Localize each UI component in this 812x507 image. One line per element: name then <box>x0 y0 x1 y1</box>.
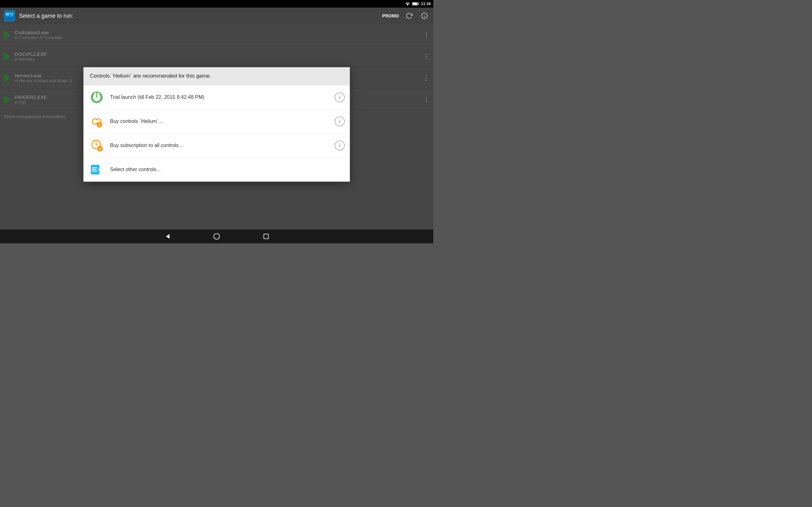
svg-rect-7 <box>10 14 14 15</box>
trial-launch-text: Trial launch (till Feb 22, 2015 8:42:48 … <box>110 95 329 100</box>
controls-modal: Controls `Helium` are recommended for th… <box>84 67 350 181</box>
select-other-controls-option[interactable]: Select other controls... <box>84 158 350 181</box>
svg-rect-6 <box>10 13 14 14</box>
trial-info-button[interactable]: i <box>335 92 345 102</box>
clock-dollar-icon: $ <box>89 137 105 154</box>
wifi-icon <box>405 2 410 6</box>
svg-rect-3 <box>413 3 417 5</box>
app-logo-icon <box>4 10 15 21</box>
select-other-controls-text: Select other controls... <box>110 167 345 172</box>
trial-launch-option[interactable]: Trial launch (till Feb 22, 2015 8:42:48 … <box>84 85 350 109</box>
nav-bar <box>0 229 433 243</box>
svg-line-19 <box>96 144 98 145</box>
svg-text:$: $ <box>99 147 101 151</box>
svg-rect-29 <box>264 234 269 239</box>
home-button[interactable] <box>211 231 222 242</box>
buy-controls-option[interactable]: $ Buy controls `Helium`... i <box>84 109 350 133</box>
refresh-button[interactable] <box>404 11 414 21</box>
svg-rect-26 <box>92 171 97 172</box>
status-time: 11:16 <box>421 2 431 6</box>
svg-point-0 <box>407 5 408 5</box>
main-content: Civilization3.exe in Civilization III Co… <box>0 24 433 229</box>
buy-subscription-info-button[interactable]: i <box>335 140 345 151</box>
app-bar-actions: PROMO <box>382 11 429 21</box>
svg-rect-9 <box>6 18 14 19</box>
power-icon <box>89 89 105 106</box>
infinity-dollar-icon: $ <box>89 113 105 130</box>
svg-rect-25 <box>92 169 96 170</box>
svg-text:$: $ <box>98 123 100 126</box>
app-bar: Select a game to run: PROMO <box>0 8 433 24</box>
svg-rect-2 <box>418 3 419 5</box>
svg-point-28 <box>214 233 219 239</box>
buy-subscription-text: Buy subscription to all controls... <box>110 143 329 148</box>
svg-rect-8 <box>6 16 14 17</box>
svg-rect-4 <box>5 11 14 20</box>
modal-header: Controls `Helium` are recommended for th… <box>84 67 350 85</box>
buy-subscription-option[interactable]: $ Buy subscription to all controls... i <box>84 133 350 158</box>
svg-rect-24 <box>92 168 97 169</box>
svg-rect-5 <box>6 13 9 15</box>
app-title: Select a game to run: <box>19 13 378 19</box>
buy-controls-info-button[interactable]: i <box>335 116 345 126</box>
status-bar: 11:16 <box>0 0 433 8</box>
promo-button[interactable]: PROMO <box>382 13 399 18</box>
info-button[interactable] <box>419 11 429 21</box>
buy-controls-text: Buy controls `Helium`... <box>110 118 329 124</box>
svg-marker-27 <box>166 234 169 239</box>
arrow-right-icon <box>89 161 105 178</box>
back-button[interactable] <box>161 231 173 242</box>
recent-apps-button[interactable] <box>260 231 272 242</box>
battery-icon <box>412 2 419 6</box>
